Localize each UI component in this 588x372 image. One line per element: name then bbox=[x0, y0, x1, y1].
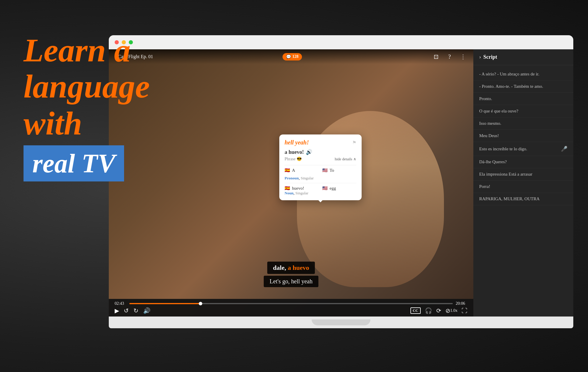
progress-thumb[interactable] bbox=[199, 302, 202, 305]
script-title: Script bbox=[483, 54, 497, 60]
video-area: ‹ Card Flight Ep. 01 💬 128 ⊡ ? ⋮ hell ye… bbox=[109, 49, 473, 317]
script-item[interactable]: Dá-lhe Queres? bbox=[473, 156, 573, 168]
popup-flag-button[interactable]: ⚑ bbox=[352, 140, 356, 145]
popup-sound-icon[interactable]: 🔊 bbox=[306, 149, 312, 155]
script-item[interactable]: Isso mesmo. bbox=[473, 117, 573, 130]
popup-lang-item-es2: 🇪🇸 huevo! bbox=[285, 186, 319, 191]
word-popup: hell yeah! ⚑ a huevo! 🔊 Phrase 😎 hide de… bbox=[279, 134, 362, 200]
popup-type: Phrase 😎 bbox=[285, 156, 302, 161]
loop-button[interactable]: ⟳ bbox=[436, 307, 441, 314]
popup-header: hell yeah! ⚑ bbox=[285, 139, 356, 146]
popup-es-text: A bbox=[292, 168, 295, 173]
popup-hide-icon: ∧ bbox=[353, 157, 356, 161]
popup-pos2: Noun, Singular bbox=[285, 191, 356, 196]
volume-button[interactable]: 🔊 bbox=[143, 307, 151, 314]
browser-chrome bbox=[109, 35, 573, 49]
popup-en-text2: egg bbox=[330, 186, 336, 191]
more-options-icon[interactable]: ⋮ bbox=[459, 52, 467, 61]
chat-icon: 💬 bbox=[286, 54, 291, 59]
flag-es: 🇪🇸 bbox=[285, 168, 290, 173]
script-item[interactable]: Ela impressiona Está a arrasar bbox=[473, 168, 573, 181]
rewind-button[interactable]: ↺ bbox=[124, 307, 129, 314]
popup-lang-col4: 🇺🇸 egg bbox=[322, 186, 356, 191]
progress-track[interactable] bbox=[129, 303, 453, 304]
hero-text-block: Learn a language with real TV bbox=[24, 32, 150, 181]
progress-fill bbox=[129, 303, 201, 304]
subtitles-area: dale, a huevo Let's go, hell yeah bbox=[109, 262, 473, 287]
subtitle-prefix: dale, bbox=[273, 264, 286, 271]
hero-line3: with bbox=[24, 105, 150, 142]
script-item[interactable]: O que é que ela ouve? bbox=[473, 105, 573, 117]
laptop-bottom bbox=[109, 317, 573, 328]
popup-es-text2: huevo! bbox=[292, 186, 304, 191]
popup-type-emoji: 😎 bbox=[297, 156, 302, 161]
flag-es2: 🇪🇸 bbox=[285, 186, 290, 191]
script-item[interactable]: Meu Deus! bbox=[473, 130, 573, 142]
script-sidebar: › Script - A sério? - Um abraço antes de… bbox=[473, 49, 573, 317]
popup-lang-item-es: 🇪🇸 A bbox=[285, 168, 319, 173]
subtitle-line2: Let's go, hell yeah bbox=[264, 276, 318, 287]
script-item[interactable]: - A sério? - Um abraço antes de ir. bbox=[473, 68, 573, 80]
popup-type-label: Phrase bbox=[285, 157, 295, 161]
popup-lang-col3: 🇪🇸 huevo! bbox=[285, 186, 319, 191]
popup-type-row: Phrase 😎 hide details ∧ bbox=[285, 156, 356, 161]
video-controls: 02:43 20:06 ▶ ↺ ↻ 🔊 CC 🎧 bbox=[109, 299, 473, 317]
fullscreen-button[interactable]: ⛶ bbox=[462, 307, 467, 314]
help-icon[interactable]: ? bbox=[445, 52, 454, 61]
popup-translation-row2: 🇪🇸 huevo! 🇺🇸 egg bbox=[285, 186, 356, 191]
time-total: 20:06 bbox=[456, 301, 467, 306]
popup-title: hell yeah! bbox=[285, 139, 309, 146]
pos-num-label2: Singular bbox=[295, 191, 308, 195]
progress-bar-container: 02:43 20:06 bbox=[115, 299, 467, 307]
notification-count: 128 bbox=[292, 54, 298, 59]
script-item[interactable]: Esto es increíble te lo digo.🎤 bbox=[473, 142, 573, 156]
play-button[interactable]: ▶ bbox=[115, 307, 119, 314]
cc-button[interactable]: CC bbox=[410, 307, 421, 314]
script-item[interactable]: - Pronto. Amo-te. - Também te amo. bbox=[473, 80, 573, 93]
popup-phrase-text: a huevo! bbox=[285, 149, 304, 155]
hero-line2: language bbox=[24, 68, 150, 105]
script-item[interactable]: Pronto. bbox=[473, 93, 573, 105]
flag-us2: 🇺🇸 bbox=[322, 186, 328, 191]
forward-button[interactable]: ↻ bbox=[133, 307, 138, 314]
popup-pos1: Pronoun, Singular bbox=[285, 176, 356, 181]
script-item[interactable]: RAPARIGA, MULHER, OUTRA bbox=[473, 193, 573, 205]
popup-lang-col2: 🇺🇸 To bbox=[322, 168, 356, 173]
pos-type-label: Pronoun bbox=[285, 176, 299, 180]
pos-type-label2: Noun bbox=[285, 191, 293, 195]
script-items-list: - A sério? - Um abraço antes de ir.- Pro… bbox=[473, 65, 573, 208]
popup-divider bbox=[285, 165, 356, 165]
flag-us: 🇺🇸 bbox=[322, 168, 328, 173]
popup-hide-label: hide details bbox=[335, 157, 352, 161]
script-header: › Script bbox=[473, 49, 573, 65]
headphones-button[interactable]: 🎧 bbox=[425, 307, 432, 314]
hero-line1: Learn a bbox=[24, 32, 150, 68]
controls-right: CC 🎧 ⟳ ⊘ 1.0x ⛶ bbox=[410, 307, 467, 314]
cast-icon[interactable]: ⊡ bbox=[432, 52, 440, 61]
subtitle-line1[interactable]: dale, a huevo bbox=[267, 262, 315, 274]
script-item[interactable]: Porra! bbox=[473, 181, 573, 193]
popup-phrase: a huevo! 🔊 bbox=[285, 149, 356, 155]
video-top-right: ⊡ ? ⋮ bbox=[432, 52, 467, 61]
script-chevron-icon: › bbox=[479, 54, 481, 60]
laptop-stand bbox=[312, 319, 370, 325]
speed-label: 1.0x bbox=[450, 308, 458, 313]
popup-lang-col1: 🇪🇸 A bbox=[285, 168, 319, 173]
time-current: 02:43 bbox=[115, 301, 126, 306]
popup-hide-details[interactable]: hide details ∧ bbox=[335, 157, 356, 161]
popup-divider2 bbox=[285, 183, 356, 183]
popup-lang-item-en2: 🇺🇸 egg bbox=[322, 186, 356, 191]
popup-lang-item-en: 🇺🇸 To bbox=[322, 168, 356, 173]
popup-en-text: To bbox=[330, 168, 334, 173]
notification-badge[interactable]: 💬 128 bbox=[283, 53, 302, 60]
speed-icon: ⊘ bbox=[445, 307, 450, 314]
mic-icon: 🎤 bbox=[561, 146, 567, 152]
subtitle-highlight[interactable]: a huevo bbox=[288, 264, 309, 271]
controls-row: ▶ ↺ ↻ 🔊 CC 🎧 ⟳ ⊘ 1.0x ⛶ bbox=[115, 307, 467, 314]
popup-translation-row1: 🇪🇸 A 🇺🇸 To bbox=[285, 168, 356, 173]
speed-button[interactable]: ⊘ 1.0x bbox=[445, 307, 458, 314]
laptop-wrapper: ‹ Card Flight Ep. 01 💬 128 ⊡ ? ⋮ hell ye… bbox=[109, 35, 573, 329]
video-top-bar: ‹ Card Flight Ep. 01 💬 128 ⊡ ? ⋮ bbox=[109, 49, 473, 64]
hero-badge: real TV bbox=[24, 145, 124, 181]
pos-num-label: Singular bbox=[301, 176, 314, 180]
